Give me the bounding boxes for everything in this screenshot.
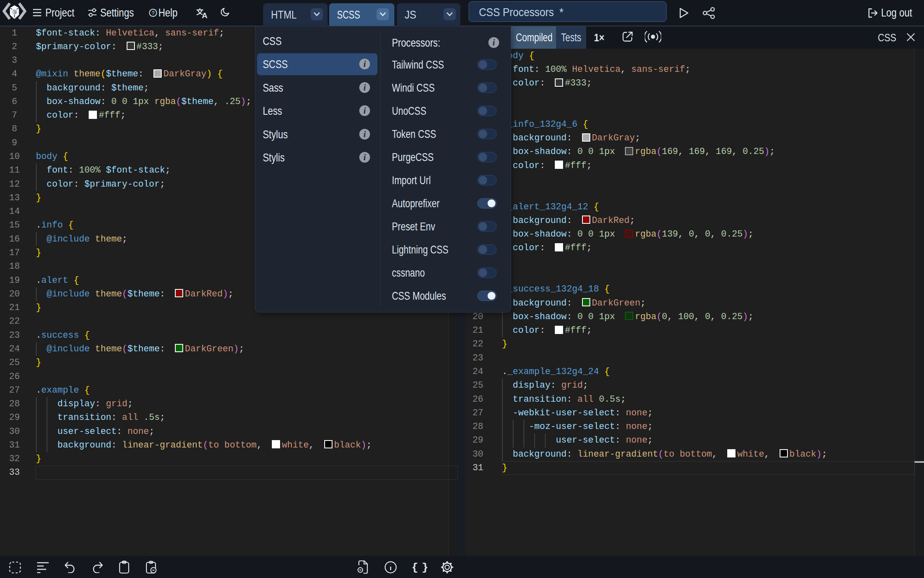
svg-text:?: ? [151,10,154,16]
svg-text:A: A [202,11,207,19]
